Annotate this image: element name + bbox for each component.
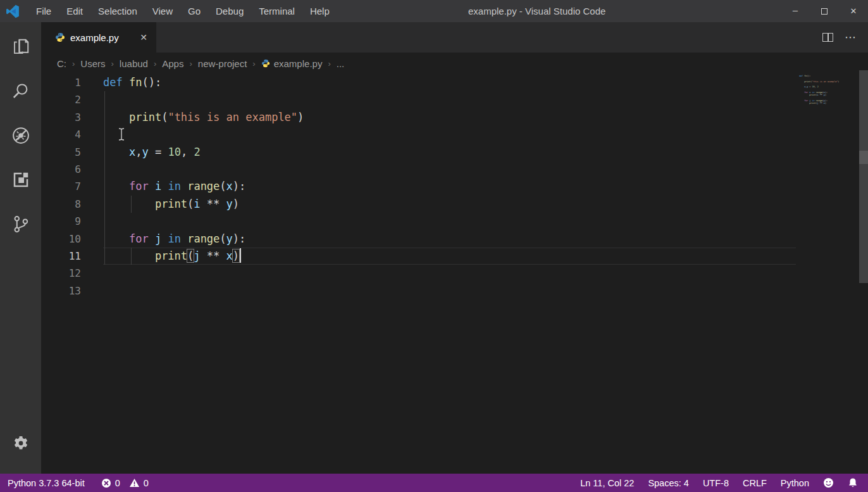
code-token: in [168,232,180,245]
menu-terminal[interactable]: Terminal [251,0,302,22]
indentation-status[interactable]: Spaces: 4 [648,478,689,488]
line-number: 10 [41,230,81,248]
search-icon[interactable] [0,72,41,111]
minimize-button[interactable]: ─ [781,0,810,22]
code-token [103,111,129,123]
code-text [81,93,103,106]
code-token [161,180,168,192]
cursor-position-status[interactable]: Ln 11, Col 22 [580,478,634,488]
code-line[interactable]: 13 [41,282,868,300]
code-line[interactable]: 6 [41,161,868,178]
menu-debug[interactable]: Debug [208,0,251,22]
window-controls: ─ ✕ [781,0,868,22]
code-token: ( [220,180,226,192]
code-line[interactable]: 10 for j in range(y): [41,230,868,248]
feedback-smiley-icon[interactable] [823,477,834,488]
breadcrumb-item[interactable]: Apps [161,58,185,69]
code-token: fn [129,76,142,89]
menu-view[interactable]: View [145,0,180,22]
code-text: print("this is an example") [81,111,304,123]
more-actions-icon[interactable]: ⋯ [845,30,857,44]
menu-bar: File Edit Selection View Go Debug Termin… [28,0,337,22]
vscode-logo-icon [6,4,20,18]
breadcrumb-item[interactable]: luabud [118,58,149,69]
activity-bar [0,22,41,474]
code-token: ( [220,232,226,245]
source-control-icon[interactable] [0,205,41,244]
encoding-status[interactable]: UTF-8 [703,478,729,488]
code-text [81,215,103,227]
explorer-icon[interactable] [0,27,41,66]
code-line[interactable]: 1def fn(): [41,74,868,91]
menu-go[interactable]: Go [180,0,208,22]
code-line[interactable]: 12 [41,265,868,282]
menu-edit[interactable]: Edit [59,0,90,22]
bracket-match: ) [233,249,239,262]
problems-status[interactable]: 0 0 [101,478,149,488]
breadcrumb-item-tail[interactable]: ... [335,58,346,69]
vertical-scrollbar[interactable] [859,70,868,283]
code-token: ) [233,198,239,210]
close-button[interactable]: ✕ [839,0,868,22]
code-token [103,198,155,210]
title-bar: File Edit Selection View Go Debug Termin… [0,0,868,22]
python-interpreter-status[interactable]: Python 3.7.3 64-bit [8,478,85,488]
scrollbar-thumb[interactable] [859,151,868,164]
code-line[interactable]: 9 [41,213,868,230]
editor-actions: ⋯ [822,22,868,53]
breadcrumb-item[interactable]: Users [79,58,106,69]
breadcrumb-chevron-icon: › [185,59,196,68]
line-number: 3 [41,109,81,126]
code-line[interactable]: 11 print(j ** x) [41,248,868,265]
code-text: print(j ** x) [81,249,241,262]
line-number: 6 [41,161,81,178]
code-token: ( [187,198,194,210]
code-line[interactable]: 4 [41,126,868,143]
notifications-bell-icon[interactable] [848,477,858,488]
menu-selection[interactable]: Selection [90,0,145,22]
language-mode-status[interactable]: Python [781,478,809,488]
code-line[interactable]: 3 print("this is an example") [41,109,868,126]
code-token: y [226,232,233,245]
code-token [161,232,168,245]
code-token: i [155,180,161,192]
line-number: 7 [41,178,81,195]
settings-gear-icon[interactable] [0,423,41,462]
code-token: = [149,146,168,158]
maximize-button[interactable] [810,0,839,22]
breadcrumb-item[interactable]: C: [56,58,68,69]
code-token [149,180,155,192]
eol-status[interactable]: CRLF [743,478,767,488]
warning-icon [129,478,140,488]
menu-file[interactable]: File [28,0,59,22]
tab-example-py[interactable]: example.py ✕ [41,22,156,53]
code-token: for [129,180,149,192]
code-token [123,76,129,89]
split-editor-icon[interactable] [822,33,833,42]
line-number: 11 [41,248,81,265]
code-token: , [181,146,194,158]
code-editor[interactable]: 1def fn():23 print("this is an example")… [41,74,868,474]
debug-disabled-icon[interactable] [0,116,41,155]
bracket-match: ( [187,249,194,262]
minimap[interactable]: def fn(): print("this is an example") x,… [799,75,857,110]
code-token: (): [142,76,161,89]
code-token: print [129,111,161,123]
extensions-icon[interactable] [0,160,41,199]
code-token [103,180,129,192]
line-number: 4 [41,126,81,143]
code-token: y [226,198,233,210]
code-token: range [187,180,220,192]
code-line[interactable]: 2 [41,91,868,108]
breadcrumb-item-file[interactable]: example.py [260,58,324,69]
code-line[interactable]: 8 print(i ** y) [41,196,868,213]
text-cursor [240,248,241,263]
menu-help[interactable]: Help [302,0,337,22]
code-token: 10 [168,146,180,158]
breadcrumb-item[interactable]: new-project [197,58,249,69]
code-line[interactable]: 5 x,y = 10, 2 [41,144,868,161]
code-token: , [135,146,142,158]
tab-close-icon[interactable]: ✕ [137,31,150,44]
code-token [181,180,187,192]
code-line[interactable]: 7 for i in range(x): [41,178,868,195]
